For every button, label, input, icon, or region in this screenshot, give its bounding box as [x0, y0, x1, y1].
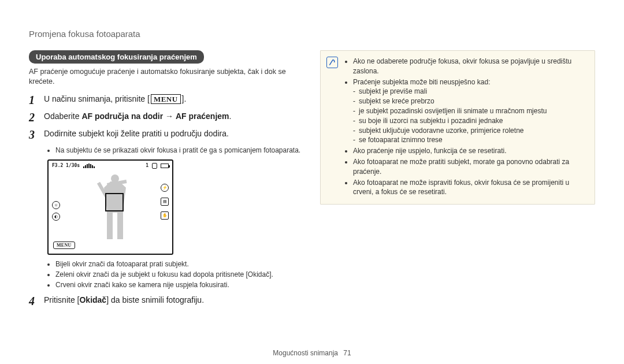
step-number: 4: [29, 295, 39, 307]
menu-box-icon: MENU: [151, 94, 181, 105]
text: Odaberite: [44, 112, 81, 121]
step-1: 1 U načinu snimanja, pritisnite [MENU].: [29, 94, 304, 106]
note-bullet: Ako praćenje nije uspjelo, funkcija će s…: [353, 146, 586, 156]
step-text: Odaberite AF područja na dodir → AF prać…: [44, 111, 231, 122]
sub-bullet: Zeleni okvir znači da je subjekt u fokus…: [55, 270, 304, 279]
sub-bullet: Crveni okvir znači kako se kamera nije u…: [55, 280, 304, 289]
arrow: →: [163, 112, 176, 121]
flash-icon: ⚡: [161, 184, 169, 192]
step-text: U načinu snimanja, pritisnite [MENU].: [44, 94, 186, 105]
note-box: Ako ne odaberete područje fokusa, okvir …: [320, 50, 595, 205]
bold-term: Okidač: [248, 270, 269, 278]
focus-frame: [105, 193, 124, 211]
size-icon: ▤: [161, 198, 169, 206]
camera-screen-figure: F3.2 1/30s 1 ☺ ◐ ⚡: [47, 159, 304, 255]
note-info-icon: [326, 57, 338, 68]
note-bullet: Ako ne odaberete područje fokusa, okvir …: [353, 57, 586, 76]
text: ].: [182, 94, 187, 103]
note-bullet: Ako fotoaparat ne može ispraviti fokus, …: [353, 178, 586, 198]
right-column: Ako ne odaberete područje fokusa, okvir …: [320, 50, 595, 312]
battery-icon: [161, 164, 169, 168]
text: U načinu snimanja, pritisnite [: [44, 94, 150, 103]
note-dash: su boje ili uzorci na subjektu i pozadin…: [359, 116, 586, 126]
note-dash: subjekt uključuje vodoravne uzorke, prim…: [359, 126, 586, 136]
note-dash: subjekt je previše mali: [359, 87, 586, 96]
step-text: Dodirnite subjekt koji želite pratiti u …: [44, 128, 229, 140]
text: ].: [269, 270, 273, 278]
step-number: 3: [29, 128, 39, 141]
sd-card-icon: [152, 163, 157, 169]
left-column: Uporaba automatskog fokusiranja praćenje…: [29, 50, 304, 312]
step-3: 3 Dodirnite subjekt koji želite pratiti …: [29, 128, 304, 141]
step-4: 4 Pritisnite [Okidač] da biste snimili f…: [29, 295, 304, 307]
bold-term: AF praćenjem: [176, 112, 229, 121]
step-number: 2: [29, 111, 39, 124]
note-dash: je subjekt pozadinski osvijetljen ili sn…: [359, 106, 586, 116]
shot-count: 1: [146, 163, 148, 168]
step-text: Pritisnite [Okidač] da biste snimili fot…: [44, 295, 204, 306]
sub-bullet: Na subjektu će se prikazati okvir fokusa…: [55, 146, 304, 155]
text: ] da biste snimili fotografiju.: [106, 295, 204, 304]
page-footer: Mogućnosti snimanja 71: [0, 349, 624, 357]
section-heading-pill: Uporaba automatskog fokusiranja praćenje…: [29, 50, 204, 64]
bold-term: AF područja na dodir: [81, 112, 163, 121]
text: .: [229, 112, 232, 121]
step-2: 2 Odaberite AF područja na dodir → AF pr…: [29, 111, 304, 124]
text: Praćenje subjekta može biti neuspješno k…: [353, 78, 490, 86]
page-number: 71: [343, 349, 351, 357]
note-bullet: Praćenje subjekta može biti neuspješno k…: [353, 77, 586, 146]
text: Zeleni okvir znači da je subjekt u fokus…: [55, 270, 248, 278]
footer-section: Mogućnosti snimanja: [273, 349, 338, 357]
sub-bullet: Bijeli okvir znači da fotoaparat prati s…: [55, 259, 304, 269]
face-detect-icon: ☺: [52, 201, 60, 209]
note-bullet: Ako fotoaparat ne može pratiti subjekt, …: [353, 157, 586, 177]
breadcrumb: Promjena fokusa fotoaparata: [29, 29, 595, 39]
exposure-readout: F3.2 1/30s: [52, 163, 80, 168]
ev-histogram-icon: [83, 164, 95, 168]
intro-text: AF praćenje omogućuje praćenje i automat…: [29, 67, 304, 87]
note-dash: subjekt se kreće prebrzo: [359, 96, 586, 106]
bold-term: Okidač: [79, 295, 106, 304]
step-number: 1: [29, 94, 39, 106]
menu-button-icon: MENU: [53, 242, 75, 249]
stabilizer-icon: ✋: [161, 211, 169, 220]
note-dash: se fotoaparat iznimno trese: [359, 135, 586, 145]
text: Pritisnite [: [44, 295, 79, 304]
mode-icon: ◐: [52, 213, 60, 221]
